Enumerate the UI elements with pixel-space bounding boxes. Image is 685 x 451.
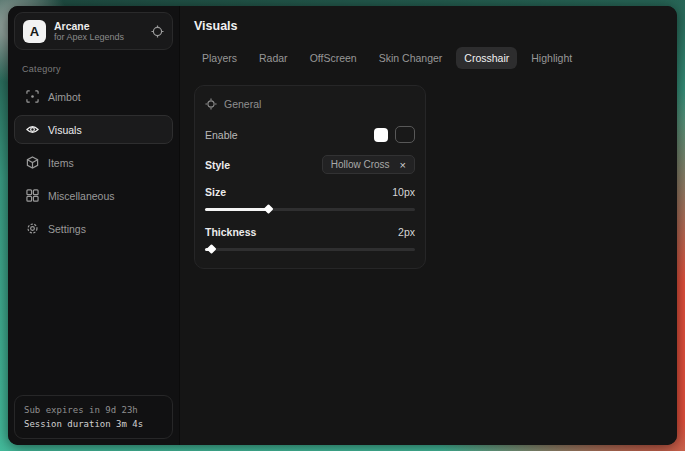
sidebar-item-visuals[interactable]: Visuals [14,115,173,144]
thickness-value: 2px [398,226,415,238]
grid-icon [25,189,39,202]
eye-icon [25,123,39,136]
tab-crosshair[interactable]: Crosshair [456,47,517,69]
sidebar-item-label: Settings [48,223,86,235]
thickness-slider-track [205,248,415,251]
app-logo: A [23,20,46,43]
thickness-slider[interactable] [205,244,415,254]
gear-icon [25,222,39,235]
panel-title: General [224,98,261,110]
sidebar-nav: Aimbot Visuals Items [14,82,173,243]
size-row: Size 10px [205,186,415,198]
thickness-label: Thickness [205,226,256,238]
sidebar-item-miscellaneous[interactable]: Miscellaneous [14,181,173,210]
style-chip-value: Hollow Cross [331,159,390,170]
panel-header: General [205,96,415,114]
sidebar-item-aimbot[interactable]: Aimbot [14,82,173,111]
thickness-slider-fill[interactable] [205,248,211,251]
crosshair-settings-icon [205,98,217,110]
sidebar: A Arcane for Apex Legends Category [8,6,180,445]
close-icon[interactable]: × [400,160,406,170]
sidebar-item-label: Miscellaneous [48,190,115,202]
main-content: Visuals Players Radar OffScreen Skin Cha… [180,6,677,445]
thickness-row: Thickness 2px [205,226,415,238]
size-value: 10px [392,186,415,198]
size-label: Size [205,186,226,198]
sidebar-item-label: Aimbot [48,91,81,103]
profile-card: A Arcane for Apex Legends [14,12,173,50]
profile-text: Arcane for Apex Legends [54,20,143,43]
tab-highlight[interactable]: Highlight [523,47,580,69]
size-slider-fill[interactable] [205,208,268,211]
tab-offscreen[interactable]: OffScreen [302,47,365,69]
sub-expires-text: Sub expires in 9d 23h [24,403,163,417]
enable-row: Enable [205,126,415,143]
keybind-button[interactable] [395,126,415,143]
tab-players[interactable]: Players [194,47,245,69]
app-subtitle: for Apex Legends [54,32,143,43]
subscription-info-box: Sub expires in 9d 23h Session duration 3… [14,395,173,439]
enable-checkbox[interactable] [374,128,388,142]
style-row: Style Hollow Cross × [205,155,415,174]
enable-label: Enable [205,129,238,141]
session-duration-text: Session duration 3m 4s [24,417,163,431]
app-window: A Arcane for Apex Legends Category [8,6,677,445]
sidebar-item-items[interactable]: Items [14,148,173,177]
general-panel: General Enable Style Hollow Cross × [194,85,426,269]
tab-bar: Players Radar OffScreen Skin Changer Cro… [194,47,663,69]
sidebar-item-label: Visuals [48,124,82,136]
style-chip[interactable]: Hollow Cross × [322,155,415,174]
page-title: Visuals [194,19,663,33]
app-title: Arcane [54,20,143,32]
tab-radar[interactable]: Radar [251,47,296,69]
sidebar-item-settings[interactable]: Settings [14,214,173,243]
crosshair-icon[interactable] [151,25,164,38]
target-scan-icon [25,90,39,103]
category-label: Category [22,64,165,74]
tab-skin-changer[interactable]: Skin Changer [371,47,451,69]
style-label: Style [205,159,230,171]
sidebar-item-label: Items [48,157,74,169]
size-slider[interactable] [205,204,415,214]
box-icon [25,156,39,169]
